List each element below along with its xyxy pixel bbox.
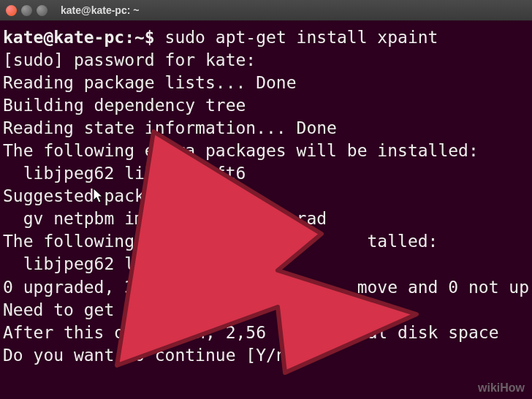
terminal-line: The following extra packages will be ins… <box>3 141 479 160</box>
terminal-line: Building dependency tree <box>3 96 246 115</box>
terminal-line: Do you want to continue [Y/n <box>3 346 286 365</box>
terminal-line: libjpeg62 libxaw3dxft <box>3 254 236 273</box>
terminal-line: The following NEW pack talled: <box>3 232 438 251</box>
terminal-line: gv netpbm imagemag rad <box>3 209 327 228</box>
terminal-line: Need to get 752 kB of arc <box>3 300 256 319</box>
terminal-window: kate@kate-pc: ~ kate@kate-pc:~$ sudo apt… <box>0 0 532 399</box>
watermark: wikiHow <box>478 381 525 395</box>
terminal-body[interactable]: kate@kate-pc:~$ sudo apt-get install xpa… <box>0 20 532 399</box>
prompt: kate@kate-pc:~$ <box>3 28 155 47</box>
terminal-line: After this operation, 2,56 nal disk spac… <box>3 323 499 342</box>
terminal-line: Suggested packages: <box>3 186 195 205</box>
minimize-icon[interactable] <box>21 5 32 16</box>
terminal-line: Reading state information... Done <box>3 118 337 137</box>
close-icon[interactable] <box>6 5 17 16</box>
terminal-line: Reading package lists... Done <box>3 73 297 92</box>
terminal-line: libjpeg62 libxaw3dxft6 <box>3 164 246 183</box>
terminal-line: 0 upgraded, 3 newly inst move and 0 not … <box>3 278 529 297</box>
command-text: sudo apt-get install xpaint <box>165 28 438 47</box>
terminal-line: [sudo] password for kate: <box>3 50 256 69</box>
titlebar: kate@kate-pc: ~ <box>0 0 532 20</box>
maximize-icon[interactable] <box>37 5 48 16</box>
window-title: kate@kate-pc: ~ <box>61 4 139 16</box>
